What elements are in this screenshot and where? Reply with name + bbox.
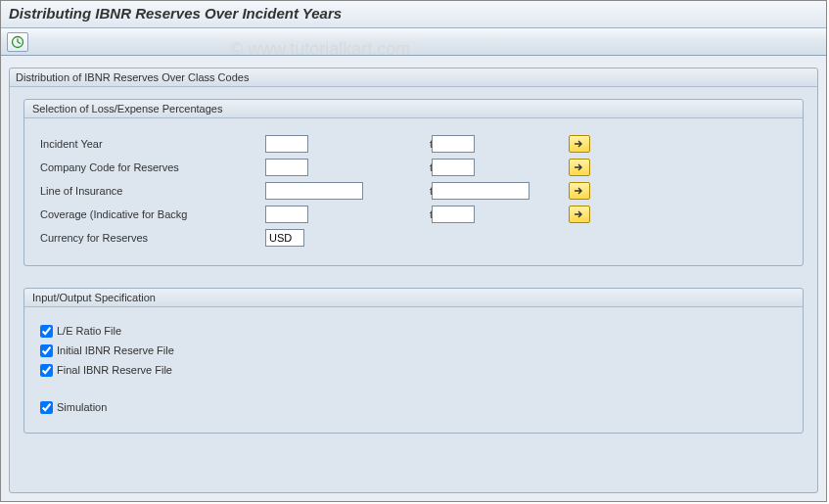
- to-label: to: [383, 161, 432, 173]
- row-company-code: Company Code for Reserves to: [40, 156, 787, 179]
- title-bar: Distributing IBNR Reserves Over Incident…: [1, 1, 826, 28]
- outer-group-body: Selection of Loss/Expense Percentages In…: [10, 87, 817, 467]
- chk-row-simulation: Simulation: [40, 397, 787, 417]
- to-label: to: [383, 185, 432, 197]
- row-line-of-insurance: Line of Insurance to: [40, 179, 787, 203]
- coverage-range-button[interactable]: [569, 206, 590, 223]
- simulation-checkbox[interactable]: [40, 401, 53, 414]
- label-incident-year: Incident Year: [40, 138, 265, 150]
- initial-ibnr-checkbox[interactable]: [40, 344, 53, 357]
- row-currency: Currency for Reserves: [40, 226, 787, 250]
- line-of-insurance-to-input[interactable]: [432, 182, 530, 200]
- row-incident-year: Incident Year to: [40, 132, 787, 156]
- final-ibnr-label: Final IBNR Reserve File: [57, 364, 172, 376]
- company-code-range-button[interactable]: [569, 159, 590, 176]
- company-code-from-input[interactable]: [265, 159, 308, 176]
- line-of-insurance-from-input[interactable]: [265, 182, 363, 200]
- io-spec-title: Input/Output Specification: [24, 289, 803, 307]
- arrow-right-icon: [574, 209, 585, 219]
- arrow-right-icon: [574, 162, 585, 172]
- chk-row-le-ratio: L/E Ratio File: [40, 321, 787, 341]
- label-coverage: Coverage (Indicative for Backg: [40, 208, 265, 220]
- currency-input[interactable]: [265, 229, 304, 247]
- execute-icon: [11, 35, 24, 49]
- io-spec-fieldset: Input/Output Specification L/E Ratio Fil…: [23, 288, 804, 434]
- line-of-insurance-range-button[interactable]: [569, 182, 590, 200]
- execute-button[interactable]: [7, 32, 28, 52]
- le-ratio-label: L/E Ratio File: [57, 325, 121, 337]
- to-label: to: [383, 208, 432, 220]
- final-ibnr-checkbox[interactable]: [40, 364, 53, 377]
- outer-group: Distribution of IBNR Reserves Over Class…: [9, 68, 818, 493]
- selection-fieldset-title: Selection of Loss/Expense Percentages: [24, 100, 803, 118]
- toolbar: [1, 28, 826, 56]
- coverage-to-input[interactable]: [432, 206, 475, 223]
- svg-line-2: [18, 42, 21, 44]
- label-line-of-insurance: Line of Insurance: [40, 185, 265, 197]
- company-code-to-input[interactable]: [432, 159, 475, 176]
- simulation-label: Simulation: [57, 401, 107, 413]
- label-currency: Currency for Reserves: [40, 232, 265, 244]
- to-label: to: [383, 138, 432, 150]
- outer-group-title: Distribution of IBNR Reserves Over Class…: [10, 69, 817, 87]
- incident-year-from-input[interactable]: [265, 135, 308, 153]
- arrow-right-icon: [574, 139, 585, 149]
- selection-fieldset-body: Incident Year to Company Code for Reserv…: [24, 118, 803, 265]
- label-company-code: Company Code for Reserves: [40, 161, 265, 173]
- chk-row-initial-ibnr: Initial IBNR Reserve File: [40, 341, 787, 360]
- app-window: © www.tutorialkart.com Distributing IBNR…: [0, 0, 827, 502]
- arrow-right-icon: [574, 186, 585, 196]
- coverage-from-input[interactable]: [265, 206, 308, 223]
- chk-row-final-ibnr: Final IBNR Reserve File: [40, 360, 787, 380]
- page-title: Distributing IBNR Reserves Over Incident…: [9, 5, 818, 22]
- row-coverage: Coverage (Indicative for Backg to: [40, 203, 787, 226]
- content-area: Distribution of IBNR Reserves Over Class…: [1, 56, 826, 501]
- initial-ibnr-label: Initial IBNR Reserve File: [57, 344, 174, 356]
- io-spec-body: L/E Ratio File Initial IBNR Reserve File…: [24, 307, 803, 433]
- selection-fieldset: Selection of Loss/Expense Percentages In…: [23, 99, 804, 266]
- incident-year-range-button[interactable]: [569, 135, 590, 153]
- le-ratio-checkbox[interactable]: [40, 325, 53, 338]
- incident-year-to-input[interactable]: [432, 135, 475, 153]
